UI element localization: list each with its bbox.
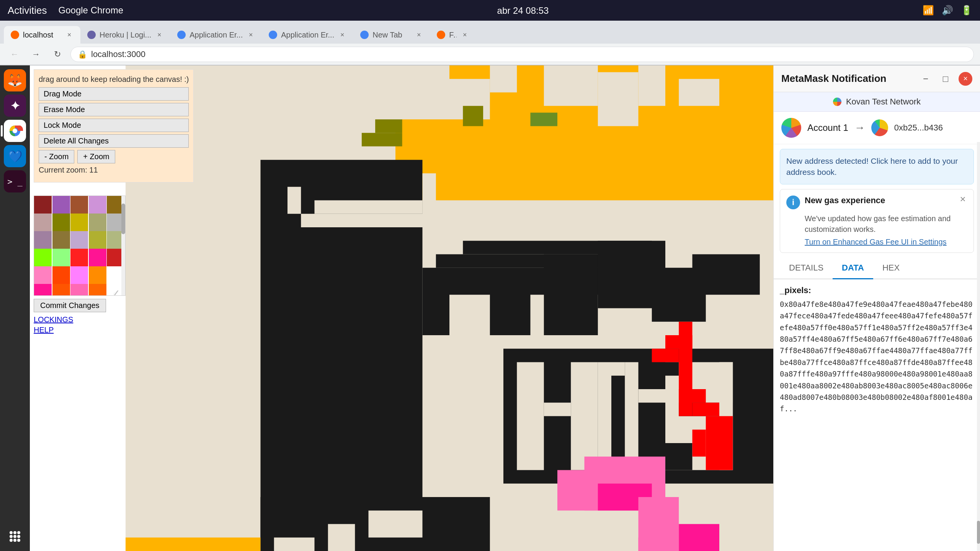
color-cell-23[interactable] [89, 266, 106, 284]
dock-chrome[interactable] [4, 120, 26, 142]
svg-rect-62 [679, 524, 719, 551]
mm-scrollbar-thumb [977, 521, 980, 544]
svg-point-9 [13, 539, 16, 542]
account-avatar [781, 118, 801, 138]
svg-rect-56 [706, 416, 733, 470]
tab-new-tab-close[interactable]: × [415, 31, 423, 39]
color-cell-18[interactable] [89, 249, 106, 266]
reload-button[interactable]: ↻ [49, 46, 66, 63]
activities-label[interactable]: Activities [8, 5, 47, 16]
mm-gas-alert-header: i New gas experience [786, 196, 967, 209]
mm-tab-data[interactable]: DATA [833, 258, 873, 279]
zoom-label: Current zoom: 11 [39, 166, 189, 174]
color-cell-6[interactable] [52, 214, 70, 231]
color-cell-22[interactable] [70, 266, 88, 284]
tab-new-tab[interactable]: New Tab × [353, 26, 430, 44]
svg-rect-28 [423, 173, 436, 214]
battery-icon: 🔋 [961, 5, 972, 16]
color-cell-3[interactable] [89, 196, 106, 214]
mm-title: MetaMask Notification [781, 73, 887, 85]
color-cell-5[interactable] [34, 214, 52, 231]
color-cell-11[interactable] [52, 231, 70, 249]
mm-gas-alert-title: New gas experience [805, 196, 885, 205]
color-cell-26[interactable] [52, 284, 70, 295]
color-cell-10[interactable] [34, 231, 52, 249]
dock-terminal[interactable]: > _ [4, 170, 26, 192]
lock-mode-button[interactable]: Lock Mode [39, 119, 189, 132]
address-bar[interactable]: 🔒 localhost:3000 [70, 47, 974, 62]
color-cell-25[interactable] [34, 284, 52, 295]
svg-rect-63 [639, 538, 666, 551]
dock-firefox[interactable]: 🦊 [4, 69, 26, 91]
erase-mode-button[interactable]: Erase Mode [39, 103, 189, 116]
color-cell-16[interactable] [52, 249, 70, 266]
color-cell-13[interactable] [89, 231, 106, 249]
account-address: 0xb25...b436 [894, 123, 943, 133]
pixel-canvas[interactable] [126, 65, 773, 551]
mm-alert-address-text: New address detected! Click here to add … [786, 156, 958, 176]
tab-app-err-2-close[interactable]: × [338, 31, 346, 39]
mm-scrollbar[interactable] [977, 142, 980, 551]
lock-icon: 🔒 [78, 50, 87, 59]
svg-point-10 [17, 539, 20, 542]
tab-extra-close[interactable]: × [461, 31, 469, 39]
dock-slack[interactable]: ✦ [4, 95, 26, 117]
svg-point-2 [10, 531, 13, 534]
mm-data-value: 0x80a47fe8e480a47fe9e480a47feae480a47feb… [780, 298, 974, 415]
tab-localhost[interactable]: localhost × [4, 26, 80, 44]
dock-vscode[interactable]: 💙 [4, 145, 26, 167]
url-text: localhost:3000 [91, 49, 145, 59]
color-cell-12[interactable] [70, 231, 88, 249]
palette-scrollbar-thumb [121, 204, 125, 234]
mm-data-section[interactable]: _pixels: 0x80a47fe8e480a47fe9e480a47feae… [774, 279, 980, 551]
color-cell-17[interactable] [70, 249, 88, 266]
mm-maximize-button[interactable]: □ [939, 72, 952, 86]
mm-gas-alert-close[interactable]: × [957, 193, 969, 205]
zoom-minus-button[interactable]: - Zoom [39, 150, 74, 163]
tab-app-err-2[interactable]: Application Er... × [262, 26, 353, 44]
color-cell-28[interactable] [89, 284, 106, 295]
svg-rect-67 [274, 538, 315, 551]
mm-alert-address[interactable]: New address detected! Click here to add … [780, 149, 974, 184]
color-cell-21[interactable] [52, 266, 70, 284]
mm-tab-hex[interactable]: HEX [873, 258, 909, 279]
color-cell-8[interactable] [89, 214, 106, 231]
color-cell-2[interactable] [70, 196, 88, 214]
dock-apps-grid[interactable] [4, 525, 26, 548]
palette-scrollbar[interactable] [121, 196, 125, 295]
mm-minimize-button[interactable]: − [919, 72, 933, 86]
network-dot [833, 98, 841, 106]
tab-app-err-1-close[interactable]: × [247, 31, 255, 39]
delete-all-button[interactable]: Delete All Changes [39, 134, 189, 148]
drag-mode-button[interactable]: Drag Mode [39, 87, 189, 101]
color-cell-27[interactable] [70, 284, 88, 295]
svg-rect-40 [544, 403, 571, 416]
arrow-icon: → [854, 122, 865, 134]
mm-tab-details[interactable]: DETAILS [780, 258, 833, 279]
mm-network-bar[interactable]: Kovan Test Network [774, 92, 980, 112]
tab-heroku[interactable]: Heroku | Logi... × [80, 26, 170, 44]
commit-button[interactable]: Commit Changes [34, 299, 106, 312]
help-link[interactable]: HELP [34, 326, 54, 334]
tab-extra[interactable]: F... × [430, 26, 476, 44]
color-cell-15[interactable] [34, 249, 52, 266]
svg-rect-34 [544, 254, 598, 336]
tab-extra-label: F... [449, 31, 457, 39]
canvas-app: drag around to keep reloading the canvas… [30, 65, 773, 551]
tab-localhost-close[interactable]: × [65, 31, 74, 39]
back-button[interactable]: ← [6, 46, 23, 63]
mm-gas-alert-link[interactable]: Turn on Enhanced Gas Fee UI in Settings [805, 238, 967, 246]
tab-app-err-1[interactable]: Application Er... × [170, 26, 262, 44]
color-cell-7[interactable] [70, 214, 88, 231]
tab-heroku-label: Heroku | Logi... [100, 31, 151, 39]
nav-bar: ← → ↻ 🔒 localhost:3000 [0, 44, 980, 65]
lockings-link[interactable]: LOCKINGS [34, 315, 73, 324]
forward-button[interactable]: → [28, 46, 44, 63]
zoom-plus-button[interactable]: + Zoom [77, 150, 115, 163]
color-cell-1[interactable] [52, 196, 70, 214]
mm-close-button[interactable]: × [959, 72, 972, 86]
color-cell-20[interactable] [34, 266, 52, 284]
tab-heroku-close[interactable]: × [155, 31, 163, 39]
svg-rect-32 [423, 268, 450, 335]
color-cell-0[interactable] [34, 196, 52, 214]
